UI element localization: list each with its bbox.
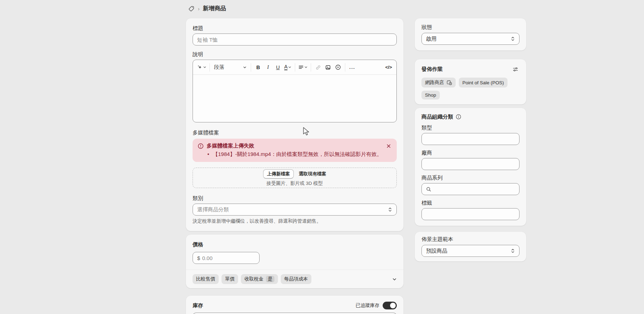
price-input-wrap[interactable]: $: [193, 252, 260, 264]
upload-new-file-button[interactable]: 上傳新檔案: [263, 169, 294, 179]
info-icon[interactable]: [456, 114, 461, 120]
text-color-icon: A: [284, 64, 288, 70]
italic-button[interactable]: I: [263, 62, 273, 72]
manage-channels-button[interactable]: [511, 65, 520, 73]
breadcrumb-chevron-icon: ›: [198, 6, 200, 12]
price-input[interactable]: [202, 255, 255, 261]
charge-tax-chip[interactable]: 收取稅金 是: [241, 274, 278, 284]
link-icon: [315, 65, 321, 70]
type-input-wrap[interactable]: [421, 133, 520, 145]
vendor-label: 廠商: [421, 150, 520, 156]
tags-label: 標籤: [421, 200, 520, 206]
title-label: 標題: [193, 25, 397, 31]
description-editor-area[interactable]: [193, 75, 396, 122]
select-updown-icon: [388, 207, 392, 212]
media-upload-error-banner: 多媒體檔案上傳失敗 • 【1984】-關於1984.mp4：由於檔案類型無效，所…: [193, 139, 397, 162]
charge-tax-value-badge: 是: [266, 276, 274, 282]
ai-magic-button[interactable]: [196, 62, 207, 72]
compare-at-price-chip[interactable]: 比較售價: [193, 274, 219, 284]
paragraph-style-dropdown[interactable]: 段落: [212, 64, 249, 71]
status-select[interactable]: 啟用: [421, 33, 520, 45]
chip-label: Shop: [425, 92, 436, 98]
unit-price-chip[interactable]: 單價: [221, 274, 238, 284]
product-details-card: 標題 說明 段落 B: [186, 18, 403, 231]
insert-video-button[interactable]: [333, 62, 343, 72]
rich-text-editor: 段落 B I U A: [193, 60, 397, 122]
organization-heading: 商品組織分類: [421, 114, 453, 120]
error-title: 多媒體檔案上傳失敗: [207, 143, 254, 149]
page-title: 新增商品: [203, 5, 226, 12]
insert-image-button[interactable]: [323, 62, 333, 72]
title-input[interactable]: [197, 37, 392, 43]
type-label: 類型: [421, 125, 520, 131]
tags-input[interactable]: [426, 211, 515, 217]
category-label: 類別: [193, 195, 397, 201]
align-left-icon: [298, 65, 304, 70]
category-placeholder: 選擇商品分類: [197, 206, 229, 213]
theme-template-select[interactable]: 預設商品: [421, 245, 520, 257]
title-input-wrap[interactable]: [193, 34, 397, 46]
expand-pricing-button[interactable]: [392, 277, 397, 282]
type-input[interactable]: [426, 136, 515, 142]
image-icon: [325, 65, 331, 70]
publishing-heading: 發佈作業: [421, 66, 443, 72]
alignment-button[interactable]: [297, 62, 309, 72]
channel-pos-chip[interactable]: Point of Sale (POS): [459, 78, 508, 87]
vendor-input[interactable]: [426, 161, 515, 167]
chip-label: 網路商店: [425, 79, 444, 86]
track-inventory-toggle[interactable]: [383, 302, 397, 309]
status-label: 狀態: [421, 24, 520, 30]
pricing-divider: [186, 270, 403, 270]
sparkle-icon: [197, 65, 202, 70]
channel-shop-chip[interactable]: Shop: [421, 91, 440, 99]
inventory-quantity-input-partial[interactable]: [193, 313, 397, 314]
breadcrumb: › 新增商品: [188, 5, 226, 12]
status-value: 啟用: [426, 36, 437, 42]
toolbar-divider: [251, 63, 251, 72]
chevron-down-icon: [288, 66, 291, 69]
collections-input-wrap[interactable]: [421, 183, 520, 195]
show-html-button[interactable]: </>: [384, 62, 394, 72]
chip-label: 收取稅金: [244, 276, 263, 282]
text-color-button[interactable]: A: [283, 62, 293, 72]
error-bullet: •: [207, 151, 209, 158]
chip-label: Point of Sale (POS): [462, 80, 504, 85]
inventory-heading: 庫存: [193, 302, 203, 309]
pricing-card: 價格 $ 比較售價 單價 收取稅金 是 每品項成本: [186, 235, 403, 288]
dismiss-error-button[interactable]: [385, 142, 393, 150]
toolbar-divider: [345, 63, 345, 72]
calendar-clock-icon: [446, 80, 452, 85]
currency-prefix: $: [197, 255, 200, 261]
ellipsis-icon: ...: [350, 65, 356, 70]
collections-search-input[interactable]: [434, 186, 515, 192]
paragraph-style-label: 段落: [214, 64, 224, 71]
underline-button[interactable]: U: [273, 62, 283, 72]
toolbar-divider: [209, 63, 210, 72]
alert-circle-icon: [198, 143, 204, 149]
theme-template-label: 佈景主題範本: [421, 236, 520, 242]
chevron-down-icon: [304, 66, 308, 69]
chip-label: 比較售價: [196, 276, 215, 282]
sliders-icon: [512, 66, 518, 72]
theme-template-value: 預設商品: [426, 248, 447, 254]
editor-toolbar: 段落 B I U A: [193, 60, 396, 75]
media-dropzone[interactable]: 上傳新檔案 選取現有檔案 接受圖片、影片或 3D 模型: [193, 168, 397, 188]
vendor-input-wrap[interactable]: [421, 158, 520, 170]
collections-label: 商品系列: [421, 175, 520, 181]
publishing-card: 發佈作業 網路商店 Point of Sale (POS) Shop: [415, 59, 526, 104]
underline-icon: U: [276, 65, 280, 70]
products-tag-icon[interactable]: [188, 5, 195, 12]
cost-per-item-chip[interactable]: 每品項成本: [281, 274, 312, 284]
category-select[interactable]: 選擇商品分類: [193, 204, 397, 216]
tags-input-wrap[interactable]: [421, 208, 520, 220]
product-organization-card: 商品組織分類 類型 廠商 商品系列 標籤: [415, 108, 526, 226]
more-options-button[interactable]: ...: [347, 62, 357, 72]
bold-icon: B: [256, 65, 260, 70]
chip-label: 單價: [225, 276, 235, 282]
link-button[interactable]: [313, 62, 323, 72]
track-inventory-label: 已追蹤庫存: [356, 302, 380, 309]
select-existing-file-button[interactable]: 選取現有檔案: [299, 171, 326, 177]
bold-button[interactable]: B: [253, 62, 263, 72]
channel-online-store-chip[interactable]: 網路商店: [421, 78, 456, 87]
toggle-knob: [390, 303, 396, 308]
